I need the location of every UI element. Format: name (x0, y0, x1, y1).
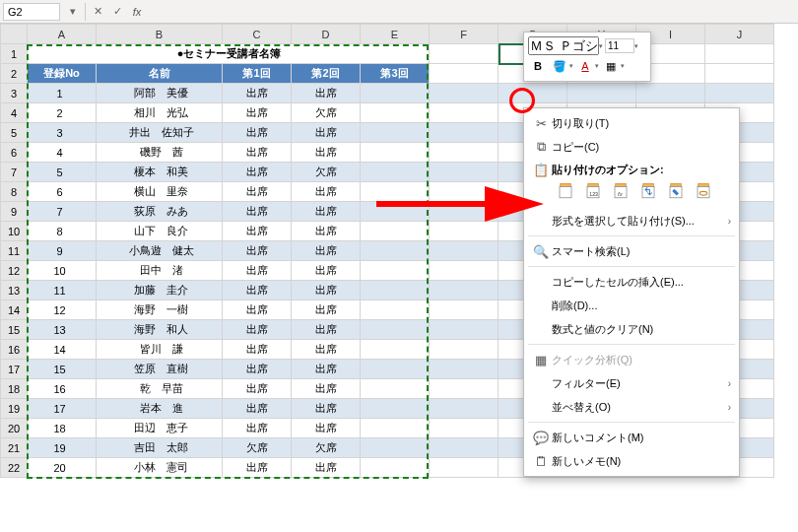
cell[interactable]: 17 (28, 399, 97, 419)
cell[interactable]: 加藤 圭介 (97, 281, 223, 300)
cell[interactable]: 海野 和人 (97, 320, 223, 340)
ctx-filter[interactable]: フィルター(E) › (524, 371, 739, 395)
cell[interactable]: 出席 (223, 123, 292, 143)
paste-values-icon[interactable]: 123 (581, 179, 605, 203)
col-head-D[interactable]: D (292, 25, 361, 44)
font-color-dd-icon[interactable]: ▾ (595, 62, 599, 70)
fill-color-button[interactable]: 🪣 (550, 57, 569, 75)
cell[interactable]: 出席 (292, 143, 361, 163)
row-head-10[interactable]: 10 (1, 222, 28, 241)
cell[interactable]: 2 (28, 103, 97, 123)
cell[interactable]: 16 (28, 379, 97, 399)
font-color-button[interactable]: A (575, 57, 595, 75)
col-head-C[interactable]: C (223, 25, 292, 44)
ctx-delete[interactable]: 削除(D)... (524, 294, 739, 317)
font-name-dd-icon[interactable]: ▾ (599, 42, 603, 50)
cell[interactable]: 小林 憲司 (97, 458, 223, 478)
cell[interactable] (361, 379, 430, 399)
name-box-dropdown[interactable]: ▾ (63, 5, 83, 18)
cell[interactable]: 出席 (292, 379, 361, 399)
cell[interactable]: 出席 (223, 143, 292, 163)
ctx-new-comment[interactable]: 💬 新しいコメント(M) (524, 426, 739, 449)
row-head-16[interactable]: 16 (1, 340, 28, 360)
cell[interactable]: 海野 一樹 (97, 300, 223, 320)
cell[interactable] (430, 458, 499, 478)
cell[interactable]: 20 (28, 458, 97, 478)
font-size-dd-icon[interactable]: ▾ (634, 42, 638, 50)
cell[interactable] (430, 438, 499, 458)
cell[interactable]: 出席 (223, 340, 292, 360)
cell[interactable] (430, 399, 499, 419)
cell[interactable]: 欠席 (292, 103, 361, 123)
cell[interactable] (361, 261, 430, 281)
cell[interactable] (430, 379, 499, 399)
fx-cancel-icon[interactable]: ✕ (88, 5, 107, 18)
cell[interactable]: 11 (28, 281, 97, 300)
title-cell[interactable]: ●セミナー受講者名簿 (28, 44, 430, 64)
paste-transpose-icon[interactable] (636, 179, 660, 203)
row-head-21[interactable]: 21 (1, 438, 28, 458)
cell[interactable]: 出席 (223, 163, 292, 182)
name-box[interactable]: G2 (3, 3, 60, 21)
cell[interactable]: 出席 (292, 182, 361, 202)
cell[interactable]: 欠席 (223, 438, 292, 458)
cell[interactable] (430, 84, 499, 103)
cell[interactable] (361, 399, 430, 419)
ctx-clear[interactable]: 数式と値のクリア(N) (524, 317, 739, 341)
row-head-15[interactable]: 15 (1, 320, 28, 340)
cell[interactable] (361, 241, 430, 261)
cell[interactable]: 出席 (292, 281, 361, 300)
cell[interactable]: 出席 (223, 103, 292, 123)
cell[interactable] (430, 320, 499, 340)
borders-dd-icon[interactable]: ▾ (621, 62, 625, 70)
cell[interactable]: 12 (28, 300, 97, 320)
hdr-0[interactable]: 登録No (28, 64, 97, 84)
cell[interactable]: 出席 (292, 261, 361, 281)
fx-confirm-icon[interactable]: ✓ (107, 5, 127, 18)
cell[interactable] (361, 84, 430, 103)
cell[interactable]: 出席 (292, 458, 361, 478)
cell[interactable] (361, 222, 430, 241)
row-head-3[interactable]: 3 (1, 84, 28, 103)
row-head-4[interactable]: 4 (1, 103, 28, 123)
fx-icon[interactable]: fx (127, 6, 147, 18)
row-head-5[interactable]: 5 (1, 123, 28, 143)
cell[interactable]: 岩本 進 (97, 399, 223, 419)
row-head-11[interactable]: 11 (1, 241, 28, 261)
cell[interactable] (361, 103, 430, 123)
cell[interactable]: 出席 (292, 340, 361, 360)
paste-link-icon[interactable] (692, 179, 715, 203)
cell[interactable]: 出席 (223, 241, 292, 261)
cell[interactable] (499, 84, 567, 103)
ctx-cut[interactable]: ✂ 切り取り(T) (524, 111, 739, 135)
cell[interactable] (705, 84, 774, 103)
cell[interactable]: 9 (28, 241, 97, 261)
cell[interactable]: 8 (28, 222, 97, 241)
ctx-insert-copied[interactable]: コピーしたセルの挿入(E)... (524, 270, 739, 294)
cell[interactable]: 横山 里奈 (97, 182, 223, 202)
cell[interactable]: 出席 (292, 320, 361, 340)
col-head-F[interactable]: F (430, 25, 499, 44)
row-head-17[interactable]: 17 (1, 360, 28, 379)
cell[interactable] (430, 300, 499, 320)
cell[interactable]: 出席 (223, 379, 292, 399)
cell[interactable]: 欠席 (292, 163, 361, 182)
cell[interactable] (361, 300, 430, 320)
cell[interactable]: 山下 良介 (97, 222, 223, 241)
row-head-14[interactable]: 14 (1, 300, 28, 320)
cell[interactable]: 欠席 (292, 438, 361, 458)
cell[interactable]: 笠原 直樹 (97, 360, 223, 379)
cell[interactable] (430, 143, 499, 163)
cell[interactable]: 出席 (223, 419, 292, 438)
cell[interactable]: 出席 (223, 320, 292, 340)
cell[interactable]: 4 (28, 143, 97, 163)
cell[interactable] (430, 222, 499, 241)
cell[interactable]: 出席 (223, 84, 292, 103)
ctx-new-note[interactable]: 🗒 新しいメモ(N) (524, 449, 739, 473)
cell[interactable]: 7 (28, 202, 97, 222)
cell[interactable]: 13 (28, 320, 97, 340)
paste-all-icon[interactable] (554, 179, 577, 203)
cell[interactable] (430, 202, 499, 222)
cell[interactable] (430, 360, 499, 379)
cell[interactable] (430, 182, 499, 202)
